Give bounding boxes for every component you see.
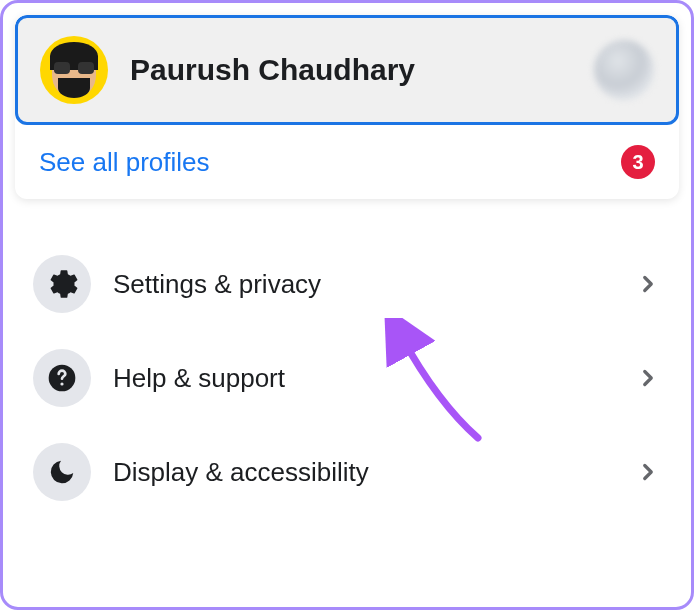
chevron-right-icon — [635, 271, 661, 297]
menu-label: Settings & privacy — [113, 269, 635, 300]
gear-icon — [33, 255, 91, 313]
moon-icon — [33, 443, 91, 501]
question-icon — [33, 349, 91, 407]
menu-list: Settings & privacy Help & support Displa… — [15, 229, 679, 527]
menu-label: Help & support — [113, 363, 635, 394]
profile-card: Paurush Chaudhary See all profiles 3 — [15, 15, 679, 199]
menu-label: Display & accessibility — [113, 457, 635, 488]
chevron-right-icon — [635, 365, 661, 391]
notification-badge: 3 — [621, 145, 655, 179]
profile-name: Paurush Chaudhary — [130, 53, 594, 87]
menu-item-settings-privacy[interactable]: Settings & privacy — [19, 237, 675, 331]
svg-point-1 — [60, 382, 63, 385]
see-all-label: See all profiles — [39, 147, 210, 178]
profile-row[interactable]: Paurush Chaudhary — [15, 15, 679, 125]
see-all-profiles[interactable]: See all profiles 3 — [15, 125, 679, 199]
avatar — [40, 36, 108, 104]
menu-item-help-support[interactable]: Help & support — [19, 331, 675, 425]
secondary-avatar — [594, 40, 654, 100]
chevron-right-icon — [635, 459, 661, 485]
menu-item-display-accessibility[interactable]: Display & accessibility — [19, 425, 675, 519]
